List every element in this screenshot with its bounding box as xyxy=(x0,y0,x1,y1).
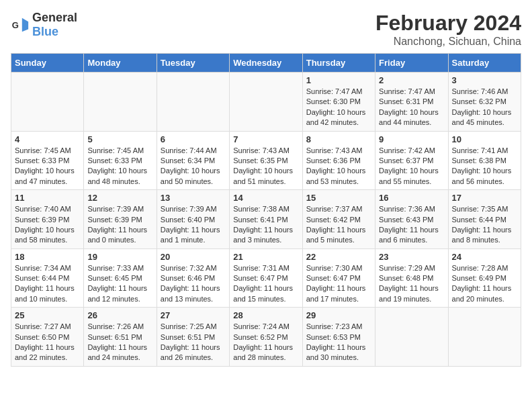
day-number: 16 xyxy=(379,193,444,203)
day-info: Sunrise: 7:45 AM Sunset: 6:33 PM Dayligh… xyxy=(15,146,80,187)
header-cell-wednesday: Wednesday xyxy=(230,54,302,73)
day-info: Sunrise: 7:47 AM Sunset: 6:30 PM Dayligh… xyxy=(306,87,371,128)
day-info: Sunrise: 7:25 AM Sunset: 6:51 PM Dayligh… xyxy=(161,322,226,363)
calendar-cell: 20Sunrise: 7:32 AM Sunset: 6:46 PM Dayli… xyxy=(157,248,229,308)
day-info: Sunrise: 7:36 AM Sunset: 6:43 PM Dayligh… xyxy=(379,204,444,246)
calendar-cell: 13Sunrise: 7:39 AM Sunset: 6:40 PM Dayli… xyxy=(157,190,229,249)
calendar-cell xyxy=(11,73,84,132)
day-info: Sunrise: 7:28 AM Sunset: 6:49 PM Dayligh… xyxy=(452,263,517,305)
calendar-cell: 24Sunrise: 7:28 AM Sunset: 6:49 PM Dayli… xyxy=(448,248,521,308)
day-info: Sunrise: 7:42 AM Sunset: 6:37 PM Dayligh… xyxy=(379,146,444,187)
calendar-cell: 25Sunrise: 7:27 AM Sunset: 6:50 PM Dayli… xyxy=(11,308,84,367)
logo-text: General Blue xyxy=(32,11,77,39)
page-header: G General Blue February 2024 Nanchong, S… xyxy=(11,11,521,48)
calendar-cell: 9Sunrise: 7:42 AM Sunset: 6:37 PM Daylig… xyxy=(375,131,448,190)
calendar-cell xyxy=(230,73,302,132)
calendar-cell: 23Sunrise: 7:29 AM Sunset: 6:48 PM Dayli… xyxy=(375,248,448,308)
calendar-cell xyxy=(84,73,157,132)
week-row-3: 11Sunrise: 7:40 AM Sunset: 6:39 PM Dayli… xyxy=(11,190,521,249)
calendar-cell: 10Sunrise: 7:41 AM Sunset: 6:38 PM Dayli… xyxy=(448,131,521,190)
day-info: Sunrise: 7:32 AM Sunset: 6:46 PM Dayligh… xyxy=(161,263,226,305)
day-info: Sunrise: 7:39 AM Sunset: 6:39 PM Dayligh… xyxy=(87,204,152,246)
day-info: Sunrise: 7:43 AM Sunset: 6:36 PM Dayligh… xyxy=(306,146,371,187)
calendar-cell: 7Sunrise: 7:43 AM Sunset: 6:35 PM Daylig… xyxy=(230,131,302,190)
logo: G General Blue xyxy=(11,11,77,39)
day-info: Sunrise: 7:27 AM Sunset: 6:50 PM Dayligh… xyxy=(15,322,80,363)
day-number: 20 xyxy=(161,252,226,262)
day-number: 6 xyxy=(161,134,226,144)
day-info: Sunrise: 7:34 AM Sunset: 6:44 PM Dayligh… xyxy=(15,263,80,305)
calendar-cell: 21Sunrise: 7:31 AM Sunset: 6:47 PM Dayli… xyxy=(230,248,302,308)
week-row-2: 4Sunrise: 7:45 AM Sunset: 6:33 PM Daylig… xyxy=(11,131,521,190)
day-number: 17 xyxy=(452,193,517,203)
day-number: 7 xyxy=(233,134,298,144)
week-row-4: 18Sunrise: 7:34 AM Sunset: 6:44 PM Dayli… xyxy=(11,248,521,308)
day-info: Sunrise: 7:40 AM Sunset: 6:39 PM Dayligh… xyxy=(15,204,80,246)
calendar-cell: 1Sunrise: 7:47 AM Sunset: 6:30 PM Daylig… xyxy=(302,73,375,132)
day-number: 11 xyxy=(15,193,80,203)
header-cell-thursday: Thursday xyxy=(302,54,375,73)
svg-marker-1 xyxy=(22,18,28,32)
calendar-cell xyxy=(448,308,521,367)
calendar-cell: 14Sunrise: 7:38 AM Sunset: 6:41 PM Dayli… xyxy=(230,190,302,249)
day-info: Sunrise: 7:39 AM Sunset: 6:40 PM Dayligh… xyxy=(161,204,226,246)
day-info: Sunrise: 7:31 AM Sunset: 6:47 PM Dayligh… xyxy=(233,263,298,305)
logo-blue: Blue xyxy=(32,25,58,38)
title-area: February 2024 Nanchong, Sichuan, China xyxy=(375,11,521,48)
svg-text:G: G xyxy=(12,20,19,30)
calendar-cell: 19Sunrise: 7:33 AM Sunset: 6:45 PM Dayli… xyxy=(84,248,157,308)
day-info: Sunrise: 7:43 AM Sunset: 6:35 PM Dayligh… xyxy=(233,146,298,187)
week-row-1: 1Sunrise: 7:47 AM Sunset: 6:30 PM Daylig… xyxy=(11,73,521,132)
header-cell-saturday: Saturday xyxy=(448,54,521,73)
day-number: 26 xyxy=(87,310,152,320)
main-title: February 2024 xyxy=(375,11,521,36)
logo-icon: G xyxy=(11,15,30,34)
day-number: 14 xyxy=(233,193,298,203)
day-info: Sunrise: 7:46 AM Sunset: 6:32 PM Dayligh… xyxy=(452,87,517,128)
header-cell-monday: Monday xyxy=(84,54,157,73)
calendar-cell: 26Sunrise: 7:26 AM Sunset: 6:51 PM Dayli… xyxy=(84,308,157,367)
day-info: Sunrise: 7:44 AM Sunset: 6:34 PM Dayligh… xyxy=(161,146,226,187)
calendar-cell: 12Sunrise: 7:39 AM Sunset: 6:39 PM Dayli… xyxy=(84,190,157,249)
day-number: 29 xyxy=(306,310,371,320)
calendar-cell: 22Sunrise: 7:30 AM Sunset: 6:47 PM Dayli… xyxy=(302,248,375,308)
calendar-cell xyxy=(157,73,229,132)
day-number: 3 xyxy=(452,75,517,85)
day-number: 21 xyxy=(233,252,298,262)
day-info: Sunrise: 7:23 AM Sunset: 6:53 PM Dayligh… xyxy=(306,322,371,363)
day-number: 23 xyxy=(379,252,444,262)
day-info: Sunrise: 7:33 AM Sunset: 6:45 PM Dayligh… xyxy=(87,263,152,305)
day-number: 8 xyxy=(306,134,371,144)
day-info: Sunrise: 7:35 AM Sunset: 6:44 PM Dayligh… xyxy=(452,204,517,246)
calendar-cell: 8Sunrise: 7:43 AM Sunset: 6:36 PM Daylig… xyxy=(302,131,375,190)
day-info: Sunrise: 7:30 AM Sunset: 6:47 PM Dayligh… xyxy=(306,263,371,305)
day-number: 9 xyxy=(379,134,444,144)
day-number: 2 xyxy=(379,75,444,85)
subtitle: Nanchong, Sichuan, China xyxy=(375,36,521,48)
day-number: 4 xyxy=(15,134,80,144)
day-number: 18 xyxy=(15,252,80,262)
header-cell-sunday: Sunday xyxy=(11,54,84,73)
day-info: Sunrise: 7:26 AM Sunset: 6:51 PM Dayligh… xyxy=(87,322,152,363)
day-info: Sunrise: 7:41 AM Sunset: 6:38 PM Dayligh… xyxy=(452,146,517,187)
header-cell-tuesday: Tuesday xyxy=(157,54,229,73)
day-info: Sunrise: 7:37 AM Sunset: 6:42 PM Dayligh… xyxy=(306,204,371,246)
calendar-cell: 15Sunrise: 7:37 AM Sunset: 6:42 PM Dayli… xyxy=(302,190,375,249)
day-number: 10 xyxy=(452,134,517,144)
day-number: 27 xyxy=(161,310,226,320)
calendar-cell: 2Sunrise: 7:47 AM Sunset: 6:31 PM Daylig… xyxy=(375,73,448,132)
logo-general: General xyxy=(32,11,77,24)
calendar-cell: 18Sunrise: 7:34 AM Sunset: 6:44 PM Dayli… xyxy=(11,248,84,308)
calendar-cell: 4Sunrise: 7:45 AM Sunset: 6:33 PM Daylig… xyxy=(11,131,84,190)
calendar-cell: 17Sunrise: 7:35 AM Sunset: 6:44 PM Dayli… xyxy=(448,190,521,249)
day-number: 22 xyxy=(306,252,371,262)
day-number: 24 xyxy=(452,252,517,262)
calendar-cell: 11Sunrise: 7:40 AM Sunset: 6:39 PM Dayli… xyxy=(11,190,84,249)
calendar-cell: 3Sunrise: 7:46 AM Sunset: 6:32 PM Daylig… xyxy=(448,73,521,132)
calendar-cell: 16Sunrise: 7:36 AM Sunset: 6:43 PM Dayli… xyxy=(375,190,448,249)
week-row-5: 25Sunrise: 7:27 AM Sunset: 6:50 PM Dayli… xyxy=(11,308,521,367)
calendar-cell: 27Sunrise: 7:25 AM Sunset: 6:51 PM Dayli… xyxy=(157,308,229,367)
day-number: 5 xyxy=(87,134,152,144)
calendar-header-row: SundayMondayTuesdayWednesdayThursdayFrid… xyxy=(11,54,521,73)
day-number: 25 xyxy=(15,310,80,320)
